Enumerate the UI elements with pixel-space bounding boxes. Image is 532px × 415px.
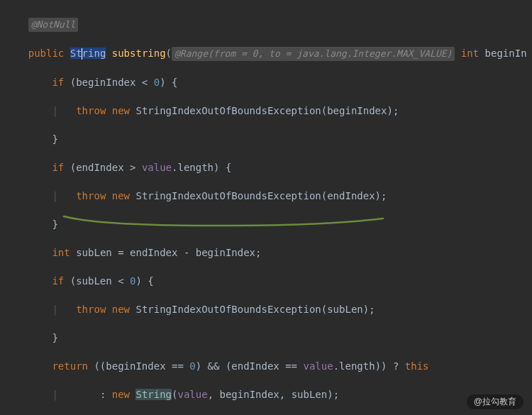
code-line: | throw new StringIndexOutOfBoundsExcept… — [0, 104, 532, 118]
code-text: ) { — [135, 275, 153, 287]
code-line: if (endIndex > value.length) { — [0, 160, 532, 175]
keyword-new: new — [112, 389, 136, 400]
keyword: if — [52, 162, 64, 173]
keyword-throw: throw new — [76, 190, 135, 201]
code-line: int subLen = endIndex - beginIndex; — [0, 245, 532, 260]
keyword-this: this — [405, 360, 429, 372]
number: 0 — [189, 360, 195, 372]
code-line: } — [0, 331, 532, 345]
field-ref: value — [303, 360, 333, 372]
brace: } — [52, 218, 57, 230]
code-line: | : new String(value, beginIndex, subLen… — [0, 387, 532, 402]
code-text: (endIndex > — [64, 162, 142, 173]
field-ref: value — [177, 389, 207, 400]
code-editor[interactable]: @NotNull public String substring(@Range(… — [0, 0, 532, 415]
code-text: .length) { — [172, 162, 231, 173]
number: 0 — [154, 77, 160, 88]
code-text: (endIndex); — [321, 190, 387, 201]
code-line: | throw new StringIndexOutOfBoundsExcept… — [0, 302, 532, 316]
keyword-throw: throw new — [76, 304, 135, 315]
code-text: subLen = endIndex - beginIndex; — [70, 247, 262, 258]
keyword-int: int — [461, 48, 479, 59]
keyword-throw: throw new — [76, 105, 135, 116]
code-text: (beginIndex); — [321, 105, 399, 116]
code-text: (beginIndex < — [64, 77, 153, 88]
class-ref: StringIndexOutOfBoundsException — [135, 190, 321, 201]
code-line: if (beginIndex < 0) { — [0, 75, 532, 89]
code-text: ) && (endIndex == — [196, 360, 304, 372]
code-line: } — [0, 132, 532, 146]
keyword: if — [52, 77, 64, 88]
code-line: public String substring(@Range(from = 0,… — [0, 46, 532, 61]
annotation-notnull: @NotNull — [28, 18, 79, 32]
code-text: (subLen < — [64, 275, 130, 287]
selected-text: String — [70, 48, 106, 59]
keyword: if — [52, 275, 64, 287]
code-text: .length)) ? — [333, 360, 405, 372]
code-text: , beginIndex, subLen); — [208, 389, 339, 400]
code-line: if (subLen < 0) { — [0, 274, 532, 288]
field-ref: value — [142, 162, 172, 173]
annotation-range: @Range(from = 0, to = java.lang.Integer.… — [172, 47, 455, 61]
code-text: : — [100, 389, 112, 400]
class-ref: StringIndexOutOfBoundsException — [135, 304, 321, 315]
class-ref: StringIndexOutOfBoundsException — [135, 105, 321, 116]
code-text: (subLen); — [321, 304, 375, 315]
code-line: | throw new StringIndexOutOfBoundsExcept… — [0, 189, 532, 203]
code-text: ) { — [160, 77, 177, 88]
code-line: @NotNull — [0, 17, 532, 32]
keyword-return: return — [52, 360, 88, 372]
keyword-public: public — [28, 48, 65, 59]
param-name: beginIn — [485, 48, 527, 59]
brace: } — [52, 133, 57, 145]
watermark: @拉勾教育 — [467, 394, 523, 409]
usage-highlight: String — [135, 389, 172, 400]
brace: } — [52, 332, 57, 343]
method-name: substring — [112, 48, 166, 59]
text-caret — [82, 48, 82, 60]
keyword-int: int — [52, 247, 70, 258]
code-line: return ((beginIndex == 0) && (endIndex =… — [0, 359, 532, 373]
code-text: ((beginIndex == — [88, 360, 189, 372]
code-line: } — [0, 217, 532, 231]
